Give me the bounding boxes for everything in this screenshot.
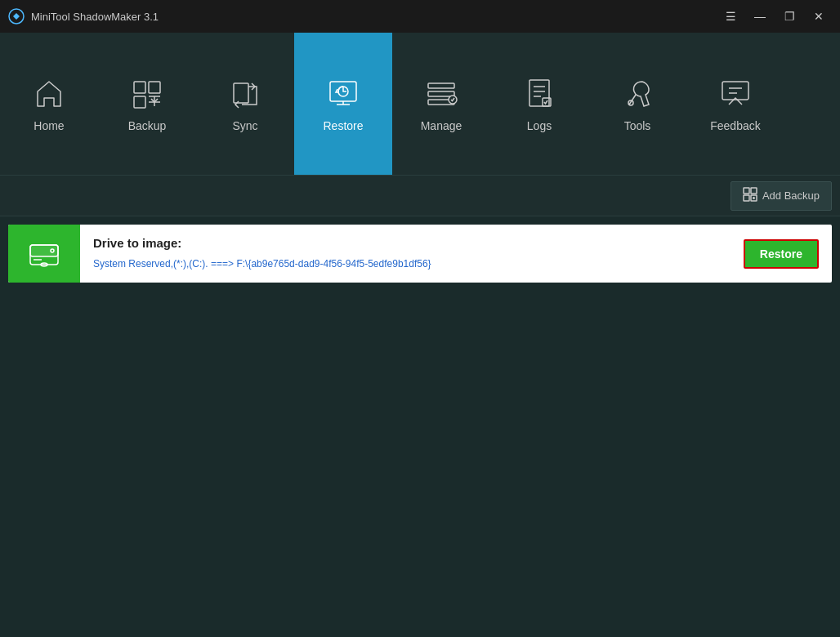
nav-item-home[interactable]: Home	[0, 33, 98, 175]
backup-card-description: System Reserved,(*:),(C:). ===> F:\{ab9e…	[93, 256, 717, 271]
backup-card-icon	[8, 225, 80, 283]
svg-rect-17	[744, 195, 749, 201]
home-icon	[31, 75, 67, 111]
title-bar-left: MiniTool ShadowMaker 3.1	[8, 8, 159, 24]
backup-card-body: Drive to image: System Reserved,(*:),(C:…	[80, 225, 731, 283]
app-title: MiniTool ShadowMaker 3.1	[31, 11, 159, 23]
manage-icon	[423, 75, 459, 111]
nav-label-manage: Manage	[421, 119, 462, 132]
nav-item-sync[interactable]: Sync	[196, 33, 294, 175]
svg-rect-2	[149, 82, 160, 93]
logs-icon	[521, 75, 557, 111]
backup-card: Drive to image: System Reserved,(*:),(C:…	[8, 225, 832, 283]
svg-rect-1	[134, 82, 145, 93]
nav-label-logs: Logs	[527, 119, 552, 132]
minimize-button[interactable]: —	[747, 7, 773, 26]
toolbar: Add Backup	[0, 176, 840, 216]
nav-label-tools: Tools	[624, 119, 651, 132]
title-bar-controls: ☰ — ❐ ✕	[717, 7, 832, 26]
content-area: Drive to image: System Reserved,(*:),(C:…	[0, 216, 840, 291]
drive-icon	[25, 235, 63, 273]
nav-item-manage[interactable]: Manage	[392, 33, 490, 175]
feedback-icon	[717, 75, 753, 111]
svg-rect-15	[744, 188, 749, 194]
svg-rect-14	[722, 82, 748, 100]
nav-label-feedback: Feedback	[710, 119, 760, 132]
nav-label-home: Home	[34, 119, 64, 132]
nav-item-feedback[interactable]: Feedback	[686, 33, 784, 175]
svg-rect-7	[428, 83, 454, 88]
backup-icon	[129, 75, 165, 111]
backup-card-title: Drive to image:	[93, 236, 717, 250]
svg-rect-16	[751, 188, 757, 194]
add-backup-button[interactable]: Add Backup	[731, 181, 832, 211]
restore-icon	[325, 75, 361, 111]
maximize-button[interactable]: ❐	[776, 7, 802, 26]
add-backup-icon	[743, 187, 757, 205]
nav-item-restore[interactable]: Restore	[294, 33, 392, 175]
backup-card-action: Restore	[731, 225, 832, 283]
close-button[interactable]: ✕	[806, 7, 832, 26]
add-backup-label: Add Backup	[762, 189, 820, 202]
svg-rect-3	[134, 96, 145, 108]
nav-label-restore: Restore	[323, 119, 363, 132]
nav-item-tools[interactable]: Tools	[588, 33, 686, 175]
nav-item-backup[interactable]: Backup	[98, 33, 196, 175]
title-bar: MiniTool ShadowMaker 3.1 ☰ — ❐ ✕	[0, 0, 840, 33]
nav-bar: Home Backup Sync Re	[0, 33, 840, 176]
nav-item-logs[interactable]: Logs	[490, 33, 588, 175]
menu-button[interactable]: ☰	[717, 7, 744, 26]
restore-button[interactable]: Restore	[744, 239, 819, 269]
sync-icon	[227, 75, 263, 111]
tools-icon	[619, 75, 655, 111]
nav-label-sync: Sync	[232, 119, 257, 132]
nav-label-backup: Backup	[128, 119, 167, 132]
svg-rect-4	[234, 83, 248, 103]
app-logo-icon	[8, 8, 25, 24]
